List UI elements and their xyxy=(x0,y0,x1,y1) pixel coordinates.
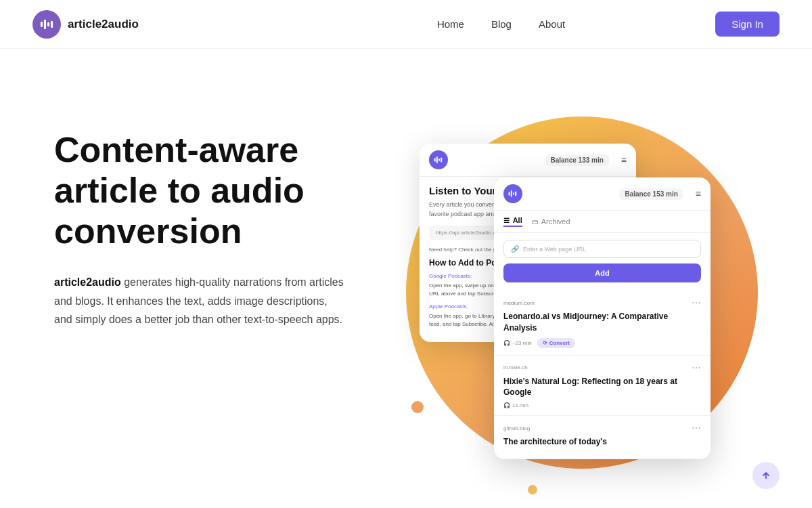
nav-links: Home Blog About xyxy=(437,18,565,30)
svg-rect-5 xyxy=(436,156,438,163)
article-duration-1: 🎧 11 min xyxy=(503,402,528,408)
nav-home[interactable]: Home xyxy=(437,18,464,30)
url-input[interactable]: Enter a Web page URL xyxy=(523,246,694,253)
tab-all[interactable]: ☰ All xyxy=(503,216,522,227)
svg-rect-4 xyxy=(434,158,436,162)
brand-logo xyxy=(32,10,61,39)
svg-rect-2 xyxy=(47,22,49,26)
dot-bottom-left xyxy=(411,401,424,413)
svg-rect-11 xyxy=(515,192,516,196)
article-source-1: ln.hixie.ch ⋯ xyxy=(503,362,701,373)
tab-archived[interactable]: 🗃 Archived xyxy=(532,217,570,226)
menu-icon-back[interactable]: ≡ xyxy=(621,154,627,165)
hero-left: Content-aware article to audio conversio… xyxy=(54,103,379,329)
article-card-2: github.blog ⋯ The architecture of today'… xyxy=(494,416,710,459)
phone-mockup-front: Balance 153 min ≡ ☰ All 🗃 Archived 🔗 Ent… xyxy=(494,177,710,459)
svg-rect-0 xyxy=(41,22,43,27)
navbar: article2audio Home Blog About Sign In xyxy=(0,0,812,49)
brand[interactable]: article2audio xyxy=(32,10,139,39)
article-card-0: medium.com ⋯ Leonardo.ai vs Midjourney: … xyxy=(494,291,710,356)
app-logo-front xyxy=(503,184,522,203)
url-input-container: 🔗 Enter a Web page URL xyxy=(503,240,701,258)
balance-front: Balance 153 min xyxy=(619,188,683,200)
article-title-0: Leonardo.ai vs Midjourney: A Comparative… xyxy=(503,311,701,334)
article-card-1: ln.hixie.ch ⋯ Hixie's Natural Log: Refle… xyxy=(494,356,710,417)
article-source-0: medium.com ⋯ xyxy=(503,297,701,308)
svg-rect-10 xyxy=(513,192,514,194)
menu-icon-front[interactable]: ≡ xyxy=(696,188,701,199)
article-title-2: The architecture of today's xyxy=(503,436,701,448)
brand-name: article2audio xyxy=(68,18,139,31)
article-duration-0: 🎧 ~23 min xyxy=(503,340,532,346)
svg-rect-7 xyxy=(441,158,442,162)
article-title-1: Hixie's Natural Log: Reflecting on 18 ye… xyxy=(503,376,701,399)
svg-rect-9 xyxy=(511,190,512,197)
article-meta-0: 🎧 ~23 min ⟳ Convert xyxy=(503,338,701,348)
article-source-2: github.blog ⋯ xyxy=(503,423,701,433)
hero-title: Content-aware article to audio conversio… xyxy=(54,130,379,251)
add-button[interactable]: Add xyxy=(503,263,701,282)
svg-rect-6 xyxy=(438,158,440,161)
hero-description: article2audio generates high-quality nar… xyxy=(54,273,345,329)
app-topbar-front: Balance 153 min ≡ xyxy=(494,177,710,211)
article-meta-1: 🎧 11 min xyxy=(503,402,701,408)
app-topbar-back: Balance 133 min ≡ xyxy=(420,144,636,177)
hero-section: Content-aware article to audio conversio… xyxy=(0,49,812,508)
signin-button[interactable]: Sign In xyxy=(715,12,780,37)
convert-badge-0[interactable]: ⟳ Convert xyxy=(537,338,575,348)
app-tabs: ☰ All 🗃 Archived xyxy=(494,211,710,233)
hero-right: Balance 133 min ≡ Listen to Your Article… xyxy=(379,103,758,508)
link-icon: 🔗 xyxy=(511,245,519,253)
article-options-0[interactable]: ⋯ xyxy=(692,297,701,308)
hero-brand-name: article2audio xyxy=(54,276,121,288)
article-options-2[interactable]: ⋯ xyxy=(692,423,701,433)
app-logo-back xyxy=(429,150,448,169)
svg-rect-8 xyxy=(509,192,510,196)
article-options-1[interactable]: ⋯ xyxy=(692,362,701,373)
nav-blog[interactable]: Blog xyxy=(491,18,512,30)
svg-rect-1 xyxy=(44,20,46,29)
scroll-top-button[interactable] xyxy=(752,462,780,489)
nav-about[interactable]: About xyxy=(539,18,565,30)
svg-rect-3 xyxy=(51,21,53,28)
dot-bottom-mid xyxy=(528,485,537,494)
balance-back: Balance 133 min xyxy=(545,154,608,166)
